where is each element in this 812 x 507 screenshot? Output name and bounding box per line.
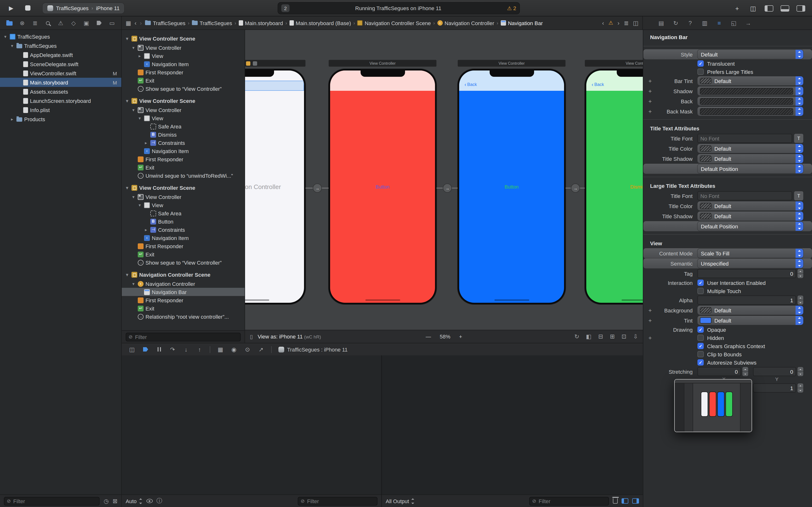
related-items-icon[interactable]: ▦ <box>126 19 131 26</box>
stretching-field-1[interactable]: 0 <box>753 367 796 376</box>
breadcrumb-item-trafficsegues[interactable]: TrafficSegues <box>192 20 232 26</box>
title-font-field[interactable]: No Font <box>698 191 792 201</box>
resolve-autolayout-icon[interactable]: ⊡ <box>621 333 626 340</box>
add-attribute-button[interactable]: + <box>647 334 653 341</box>
history-inspector-icon[interactable]: ↻ <box>672 19 679 26</box>
file-row-viewcontroller-swift[interactable]: ViewController.swiftM <box>0 68 121 78</box>
warning-count[interactable]: 2 <box>513 5 516 11</box>
breadcrumb-item-main-storyboard[interactable]: Main.storyboard <box>239 20 283 26</box>
outline-row-view-controller-scene[interactable]: ▾View Controller Scene <box>122 183 245 193</box>
outline-row-first-responder[interactable]: First Responder <box>122 296 245 304</box>
breakpoints-toggle-icon[interactable] <box>142 347 149 351</box>
add-attribute-button[interactable]: + <box>647 307 653 314</box>
stretching-stepper-1[interactable] <box>798 367 803 376</box>
outline-row-unwind-segue-to-unwindtoredwi[interactable]: →Unwind segue to “unwindToRedWi...” <box>122 171 245 180</box>
variables-view[interactable]: Auto ⓘ ⊘ <box>122 355 382 507</box>
activity-viewer[interactable]: 2 Running TrafficSegues on iPhone 11 ⚠ 2 <box>278 2 520 14</box>
breadcrumb-item-navigation-bar[interactable]: Navigation Bar <box>501 20 543 26</box>
warning-icon[interactable]: ⚠ <box>507 5 512 11</box>
view-dock-icon[interactable] <box>253 61 257 65</box>
back-button[interactable]: ‹ <box>135 19 137 26</box>
navigator-filter-field[interactable]: ⊘ <box>4 497 100 505</box>
popup-popup[interactable]: Default Position <box>698 164 803 173</box>
device-bezel-icon[interactable]: ▯ <box>250 333 253 340</box>
outline-row-button[interactable]: BButton <box>122 217 245 225</box>
prefers-large-titles-checkbox[interactable] <box>698 68 704 75</box>
align-icon[interactable]: ⊟ <box>598 333 603 340</box>
outline-row-exit[interactable]: ↩Exit <box>122 163 245 171</box>
popup-popup[interactable]: Default Position <box>698 222 803 231</box>
navigator-tab-debug[interactable]: ▣ <box>83 19 90 27</box>
add-attribute-button[interactable]: + <box>647 317 653 324</box>
stack-embed-icon[interactable]: ◧ <box>586 333 592 340</box>
outline-row-view-controller[interactable]: ▾View Controller <box>122 193 245 201</box>
interaction-checkbox[interactable] <box>698 280 704 286</box>
outline-row-navigation-item[interactable]: ‹Navigation Item <box>122 147 245 155</box>
view-hierarchy-icon[interactable]: ▦ <box>217 346 224 353</box>
breadcrumb-item-navigation-controller[interactable]: ‹Navigation Controller <box>438 20 494 26</box>
show-console-view-icon[interactable] <box>632 498 639 504</box>
outline-row-exit[interactable]: ↩Exit <box>122 76 245 84</box>
outline-row-view[interactable]: ▾View <box>122 114 245 122</box>
source-control-status-filter-icon[interactable]: ⊠ <box>113 498 117 504</box>
disclosure-triangle[interactable]: ▸ <box>144 140 148 145</box>
editor-options-icon[interactable]: ◫ <box>749 4 757 12</box>
navigator-filter-input[interactable] <box>13 498 97 504</box>
add-constraints-icon[interactable]: ⊞ <box>610 333 615 340</box>
disclosure-triangle[interactable]: ▾ <box>137 116 142 120</box>
add-attribute-button[interactable]: + <box>647 98 653 105</box>
drawing-checkbox[interactable] <box>698 326 704 333</box>
variables-filter-input[interactable] <box>307 498 374 504</box>
stepper-down-icon[interactable] <box>798 300 803 305</box>
phone-red-view-controller[interactable]: Button <box>329 69 437 304</box>
hidden-checkbox[interactable] <box>698 335 704 341</box>
title-color-color-popup[interactable]: Default <box>698 201 803 211</box>
tag-stepper[interactable] <box>798 269 803 278</box>
title-color-color-popup[interactable]: Default <box>698 144 803 153</box>
identity-inspector-icon[interactable]: ▥ <box>701 19 709 26</box>
title-shadow-color-popup[interactable]: Default <box>698 212 803 221</box>
navigator-tab-issues[interactable]: ⚠ <box>57 19 64 27</box>
title-shadow-color-popup[interactable]: Default <box>698 154 803 163</box>
stepper2-field-1[interactable]: 1 <box>753 383 796 393</box>
stepper-down-icon[interactable] <box>798 372 803 376</box>
disclosure-triangle[interactable]: ▾ <box>131 194 136 199</box>
multiple-touch-checkbox[interactable] <box>698 288 704 294</box>
step-over-icon[interactable]: ↷ <box>169 346 176 353</box>
back-image-popup[interactable] <box>698 97 803 106</box>
disclosure-triangle[interactable]: ▸ <box>137 53 142 58</box>
disclosure-triangle[interactable]: ▾ <box>125 36 130 41</box>
autoresize-subviews-checkbox[interactable] <box>698 359 704 365</box>
stretching-field-0[interactable]: 0 <box>698 367 741 376</box>
scene-titlebar-green-view-controller[interactable]: View Controller <box>585 60 643 67</box>
stepper-up-icon[interactable] <box>798 367 803 372</box>
outline-row-show-segue-to-view-controller[interactable]: →Show segue to “View Controller” <box>122 84 245 93</box>
tint-color-popup[interactable]: Default <box>698 316 803 325</box>
quick-help-inspector-icon[interactable]: ? <box>686 19 694 26</box>
disclosure-triangle[interactable]: ▾ <box>131 281 136 286</box>
outline-row-view[interactable]: ▸View <box>122 52 245 60</box>
outline-row-exit[interactable]: ↩Exit <box>122 250 245 258</box>
phone-blue-view-controller[interactable]: ‹BackButton <box>458 69 565 304</box>
stepper-down-icon[interactable] <box>798 388 803 393</box>
navigator-tab-tests[interactable]: ◇ <box>70 19 77 27</box>
file-row-appdelegate-swift[interactable]: AppDelegate.swift <box>0 50 121 59</box>
scheme-device-label[interactable]: iPhone 11 <box>96 5 119 11</box>
outline-row-view-controller[interactable]: ▾View Controller <box>122 106 245 114</box>
outline-row-constraints[interactable]: ▸⊣Constraints <box>122 225 245 234</box>
disclosure-triangle[interactable]: ▾ <box>125 185 130 190</box>
outline-row-first-responder[interactable]: First Responder <box>122 242 245 250</box>
stepper-up-icon[interactable] <box>798 269 803 274</box>
screenshot-preview-window[interactable] <box>674 379 752 432</box>
outline-row-navigation-item[interactable]: ‹Navigation Item <box>122 60 245 68</box>
outline-row-navigation-item[interactable]: ‹Navigation Item <box>122 234 245 242</box>
breadcrumb-item-main-storyboard-base[interactable]: Main.storyboard (Base) <box>290 20 351 26</box>
title-font-field[interactable]: No Font <box>698 134 792 143</box>
stepper-up-icon[interactable] <box>742 367 748 372</box>
environment-overrides-icon[interactable]: ⊙ <box>244 346 251 353</box>
alpha-stepper[interactable] <box>798 295 803 305</box>
outline-row-view-controller[interactable]: ▾View Controller <box>122 44 245 52</box>
connections-inspector-icon[interactable]: → <box>744 19 752 26</box>
pause-execution-icon[interactable] <box>156 347 162 351</box>
outline-row-view-controller-scene[interactable]: ▾View Controller Scene <box>122 96 245 106</box>
